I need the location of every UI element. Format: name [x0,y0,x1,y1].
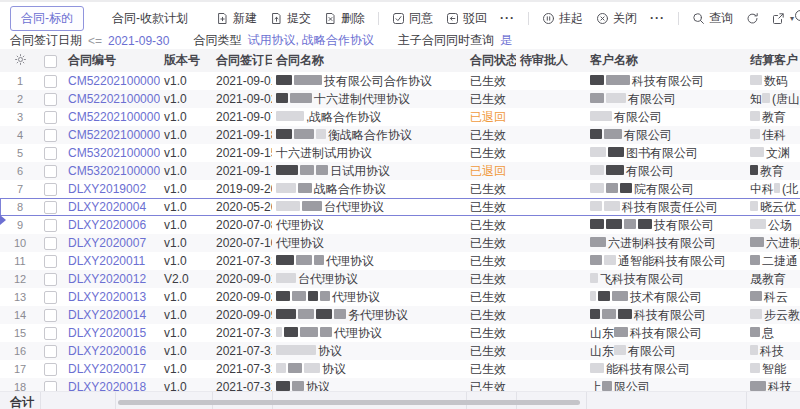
table-row[interactable]: 10DLXY2020007v1.02020-07-10代理协议已生效六进制科技有… [0,234,800,252]
contract-no-link[interactable]: DLXY2020014 [68,308,146,322]
horizontal-scrollbar[interactable] [118,400,580,405]
row-checkbox[interactable] [44,309,57,322]
table-row[interactable]: 6CM532021000002v1.02021-09-17日试用协议已退回有限公… [0,162,800,180]
contract-no-link[interactable]: DLXY2020012 [68,272,146,286]
status-cell: 已生效 [466,324,516,342]
refresh-button[interactable] [746,12,759,25]
redaction-block [614,327,628,337]
settle-customer-cell: 息 [746,324,800,342]
filter-value[interactable]: 试用协议, 战略合作协议 [247,32,374,49]
export-button[interactable]: ▾ [772,12,794,25]
contract-no-cell: CM532021000001 [64,144,160,162]
table-row[interactable]: 17DLXY2020017v1.02021-07-31协议已生效能科技有限公司智… [0,360,800,378]
query-button[interactable]: 查询 [692,10,733,27]
table-row[interactable]: 7DLXY2019002v1.02019-09-20战略合作协议已生效院有限公司… [0,180,800,198]
contract-no-link[interactable]: DLXY2020004 [68,200,146,214]
row-checkbox-cell [40,306,64,324]
redaction-block [602,309,616,319]
visible-text: 科云 [764,290,788,304]
row-checkbox[interactable] [44,111,57,124]
more-approve-button[interactable]: ··· [500,11,515,25]
settle-customer-cell: 佳科 [746,126,800,144]
contract-no-link[interactable]: CM522021000002 [68,92,160,106]
agree-button[interactable]: 同意 [392,10,433,27]
contract-no-link[interactable]: CM532021000002 [68,164,160,178]
delete-button[interactable]: 删除 [324,10,365,27]
redaction-block [276,345,316,355]
contract-no-link[interactable]: DLXY2020015 [68,326,146,340]
row-checkbox[interactable] [44,147,57,160]
table-row[interactable]: 8DLXY2020004v1.02020-05-26台代理协议已生效科技有限责任… [0,198,800,216]
table-row[interactable]: 13DLXY2020013v1.02020-09-02代理协议已生效技术有限公司… [0,288,800,306]
row-checkbox[interactable] [44,129,57,142]
version-cell: v1.0 [160,198,212,216]
row-checkbox[interactable] [44,327,57,340]
row-checkbox[interactable] [44,219,57,232]
column-settings-gear[interactable] [0,49,40,72]
table-row[interactable]: 3CM522021000003v1.02021-09-07,战略合作协议已退回有… [0,108,800,126]
contract-no-link[interactable]: DLXY2020011 [68,254,145,268]
close-button[interactable]: 关闭 [596,10,637,27]
row-checkbox[interactable] [44,183,57,196]
table-row[interactable]: 2CM522021000002v1.02021-09-02十六进制代理协议已生效… [0,90,800,108]
row-seq: 3 [0,108,40,126]
tab-contract-payment-plan[interactable]: 合同-收款计划 [102,7,198,30]
table-row[interactable]: 11DLXY2020011v1.02021-07-31代理协议已生效通智能科技有… [0,252,800,270]
table-row[interactable]: 4CM522021000004v1.02021-09-18衡战略合作协议已生效有… [0,126,800,144]
visible-text: 公场 [768,218,792,232]
close-button-label: 关闭 [613,10,637,27]
row-checkbox[interactable] [44,93,57,106]
row-checkbox[interactable] [44,273,57,286]
suspend-button[interactable]: 挂起 [542,10,583,27]
tab-contract-subject[interactable]: 合同-标的 [10,6,84,31]
visible-text: 十六进制试用协议 [276,146,372,160]
filter-value[interactable]: 2021-09-30 [108,34,169,48]
contract-no-link[interactable]: CM522021000001 [68,74,160,88]
table-row[interactable]: 5CM532021000001v1.02021-09-15十六进制试用协议已生效… [0,144,800,162]
customer-cell: 科技有限公司 [586,306,746,324]
contract-name-cell: 代理协议 [272,216,466,234]
row-checkbox[interactable] [44,363,57,376]
contract-no-link[interactable]: DLXY2020016 [68,344,146,358]
filter-value[interactable]: 是 [500,32,512,49]
visible-text: 数码 [764,74,788,88]
submit-button[interactable]: 提交 [270,10,311,27]
table-row[interactable]: 12DLXY2020012V2.02020-09-01台代理协议已生效飞科技有限… [0,270,800,288]
row-checkbox[interactable] [44,291,57,304]
more-state-button[interactable]: ··· [650,11,665,25]
table-row[interactable]: 15DLXY2020015v1.02021-07-31代理协议已生效山东科技有限… [0,324,800,342]
table-row[interactable]: 9DLXY2020006v1.02020-07-08代理协议已生效技有限公司公场 [0,216,800,234]
row-checkbox[interactable] [44,201,57,214]
table-row[interactable]: 14DLXY2020014v1.02020-09-09务代理协议已生效科技有限公… [0,306,800,324]
select-all-checkbox[interactable] [44,55,57,68]
row-checkbox[interactable] [44,165,57,178]
row-checkbox[interactable] [44,255,57,268]
contract-no-link[interactable]: DLXY2020017 [68,362,146,376]
contract-no-link[interactable]: DLXY2020006 [68,218,146,232]
table-row[interactable]: 1CM522021000001v1.02021-09-01技有限公司合作协议已生… [0,72,800,90]
contract-no-link[interactable]: CM532021000001 [68,146,160,160]
new-button-label: 新建 [233,10,257,27]
contract-name-cell: 衡战略合作协议 [272,126,466,144]
row-checkbox[interactable] [44,237,57,250]
visible-text: 协议 [318,344,342,358]
settle-customer-cell: 公场 [746,216,800,234]
contract-no-link[interactable]: CM522021000004 [68,128,160,142]
reject-button[interactable]: 驳回 [446,10,487,27]
status-cell: 已生效 [466,198,516,216]
contract-no-cell: CM522021000004 [64,126,160,144]
visible-text: (北 [782,182,798,196]
edge-partial-icon[interactable] [794,9,800,25]
new-button[interactable]: 新建 [216,10,257,27]
contract-no-link[interactable]: DLXY2020007 [68,236,146,250]
settle-customer-cell: 教育 [746,108,800,126]
contract-no-link[interactable]: DLXY2019002 [68,182,146,196]
filter-label: 合同类型 [193,32,241,49]
contract-no-link[interactable]: DLXY2020013 [68,290,146,304]
visible-text: 有限公司 [624,128,672,142]
contract-no-link[interactable]: CM522021000003 [68,110,160,124]
filter-bar: 合同签订日期<=2021-09-30合同类型试用协议, 战略合作协议主子合同同时… [0,32,800,49]
table-row[interactable]: 16DLXY2020016v1.02021-07-31协议已生效山东有限公司科技 [0,342,800,360]
row-checkbox[interactable] [44,345,57,358]
row-checkbox[interactable] [44,75,57,88]
